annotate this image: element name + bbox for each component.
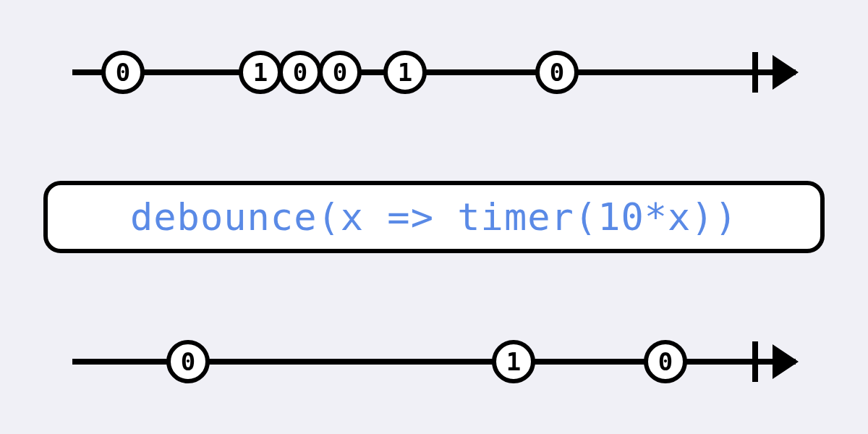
marble-diagram: 010010 debounce(x => timer(10*x)) 010 [0, 0, 868, 434]
output-marble: 0 [166, 340, 210, 383]
source-marble: 1 [383, 51, 427, 94]
source-axis [72, 69, 796, 75]
source-marble: 0 [101, 51, 145, 94]
output-complete-tick [752, 341, 758, 382]
source-marble: 1 [239, 51, 282, 94]
marble-value: 1 [398, 58, 412, 87]
operator-label: debounce(x => timer(10*x)) [130, 195, 738, 239]
output-marble: 0 [644, 340, 687, 383]
marble-value: 0 [333, 58, 347, 87]
output-marble: 1 [492, 340, 535, 383]
source-complete-tick [752, 52, 758, 93]
source-marble: 0 [318, 51, 362, 94]
marble-value: 0 [550, 58, 564, 87]
source-marble: 0 [535, 51, 579, 94]
output-timeline: 010 [72, 340, 796, 383]
marble-value: 0 [293, 58, 307, 87]
marble-value: 0 [116, 58, 130, 87]
marble-value: 0 [181, 347, 195, 376]
operator-box: debounce(x => timer(10*x)) [43, 181, 825, 253]
marble-value: 1 [506, 347, 521, 376]
arrow-right-icon [773, 55, 799, 90]
marble-value: 1 [253, 58, 268, 87]
marble-value: 0 [658, 347, 673, 376]
source-marble: 0 [278, 51, 322, 94]
source-timeline: 010010 [72, 51, 796, 94]
arrow-right-icon [773, 344, 799, 379]
